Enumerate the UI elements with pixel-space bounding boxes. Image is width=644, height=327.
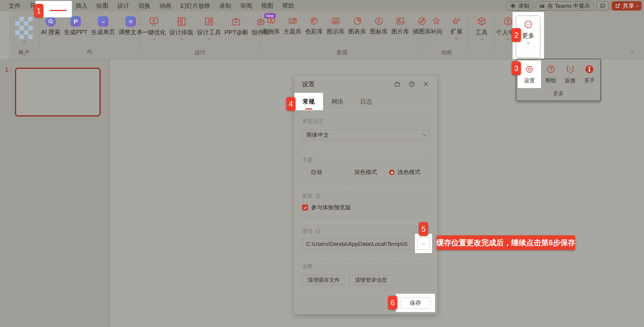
comments-button[interactable] [596,1,609,10]
theme-dark-label: 深色模式 [354,168,377,176]
menu-help[interactable]: 帮助 [278,0,298,11]
cache-path-value: C:\Users\Danda\AppData\Local\Temp\iS [306,241,407,247]
more-ellipsis-icon [523,19,533,29]
language-value: 简体中文 [306,131,329,139]
more-label: 更多 [522,31,534,40]
language-label: 界面语言 [302,118,430,125]
menu-transitions[interactable]: 切换 [134,0,155,11]
theme-library-label: 主题库 [284,28,301,36]
menu-insert[interactable]: 插入 [71,0,92,11]
color-library-label: 色彩库 [305,28,323,36]
ai-search-label: AI 搜索 [41,28,60,36]
extension-button[interactable]: 扩展 [449,16,464,39]
about-menu-item[interactable]: 关于 [580,60,599,88]
share-button[interactable]: 共享 [612,1,642,10]
browse-button[interactable]: ... [417,237,430,250]
menu-review[interactable]: 审阅 [236,0,257,11]
generate-ppt-button[interactable]: P 生成PPT [62,16,89,36]
tween-label: 补间 [430,28,442,36]
share-chevron-icon [636,4,639,7]
cache-label: 缓存 i [302,228,430,235]
radio-icon [302,169,308,175]
help-menu-item[interactable]: 帮助 [541,60,560,88]
language-select[interactable]: 简体中文 [302,130,430,140]
account-button[interactable] [13,17,34,43]
icon-library-button[interactable]: 图标库 [368,16,390,36]
step-badge-2: 2 [512,28,521,42]
close-icon[interactable] [422,81,430,88]
menu-design[interactable]: 设计 [113,0,134,11]
design-layout-button[interactable]: 设计排版 [168,16,195,40]
group-label-resource: 资源 [260,49,424,59]
one-click-optimize-button[interactable]: 一键优化 [140,16,168,40]
group-label-tools [469,49,494,59]
settings-menu-item[interactable]: 设置 [518,60,541,88]
generate-page-button[interactable]: – 生成单页 [89,16,117,36]
theme-library-icon [288,16,298,26]
tab-general[interactable]: 常规 [294,93,323,110]
picture-library-button[interactable]: 图片库 [390,16,411,36]
account-chevron-icon [22,40,25,43]
islide-active-underline [50,10,67,11]
ribbon-group-tools: 工具 [469,11,494,59]
diagnosis-label: 诊断 [302,263,430,270]
preview-version-checkbox-row[interactable]: 参与体验预览版 [302,204,430,211]
save-button[interactable]: 保存 [400,297,431,309]
menu-file[interactable]: 文件 [4,0,25,11]
menu-record[interactable]: 录制 [215,0,236,11]
step-badge-5: 5 [419,222,428,236]
spotlight-browse-button: ... [415,234,432,253]
spotlight-save-button: 保存 [396,294,435,312]
help-label: 帮助 [545,77,556,84]
one-click-optimize-icon [149,16,159,27]
adjust-text-icon: ≡ [125,16,136,27]
theme-light-radio[interactable]: 浅色模式 [389,168,420,176]
record-button[interactable]: 录制 [507,1,533,10]
cache-info-icon[interactable]: i [316,229,321,234]
tools-button[interactable]: 工具 [474,16,490,40]
update-info-icon[interactable]: i [316,193,321,199]
dialog-help-icon[interactable] [408,81,415,88]
illustration-library-icon [417,16,427,26]
toolbox-icon[interactable] [394,81,401,88]
ribbon-group-animation: 补间 扩展 动画 [424,11,469,59]
clear-login-info-button[interactable]: 清理登录信息 [349,275,393,285]
titlebar-controls: 录制 T 在 Teams 中展示 共享 [507,1,642,10]
clear-cache-button[interactable]: 清理缓存文件 [302,275,345,285]
menu-slideshow[interactable]: 幻灯片放映 [176,0,215,11]
menu-draw[interactable]: 绘图 [92,0,113,11]
tween-button[interactable]: 补间 [428,16,444,36]
design-tools-button[interactable]: 设计工具 [195,16,223,40]
chart-library-button[interactable]: 图表库 [346,16,368,36]
section-divider [302,152,430,152]
design-layout-chevron-icon [180,37,183,40]
cache-path-input[interactable]: C:\Users\Danda\AppData\Local\Temp\iS [302,238,415,250]
case-library-button[interactable]: 案例库 [260,16,282,36]
slide-thumbnail[interactable] [15,68,101,116]
color-library-button[interactable]: 色彩库 [303,16,325,36]
update-label: 更新 i [302,192,430,199]
tab-network[interactable]: 网络 [323,93,352,110]
theme-dark-radio[interactable]: 深色模式 [346,168,389,176]
case-library-icon [266,16,276,26]
theme-auto-label: 自动 [311,168,322,176]
generate-page-label: 生成单页 [91,28,115,36]
ai-search-icon [46,16,56,27]
theme-library-button[interactable]: 主题库 [282,16,303,36]
menu-animations[interactable]: 动画 [155,0,176,11]
feedback-menu-item[interactable]: 反馈 [560,60,580,88]
ppt-diagnosis-button[interactable]: PPT诊断 [223,16,250,37]
generate-ppt-icon: P [70,16,81,27]
tools-chevron-icon [480,37,483,40]
tab-log[interactable]: 日志 [352,93,381,110]
theme-auto-radio[interactable]: 自动 [302,168,346,176]
menu-view[interactable]: 视图 [257,0,278,11]
diagram-library-button[interactable]: 图示库 [325,16,346,36]
present-in-teams-button[interactable]: T 在 Teams 中展示 [536,1,594,10]
more-menu-group-label: 更多 [516,88,600,101]
ppt-diagnosis-icon [231,16,242,27]
ai-search-button[interactable]: AI 搜索 [39,16,62,36]
group-label-account: 账户 [9,49,39,59]
group-label-ai: AI [39,49,140,59]
settings-dialog-header: 设置 [294,75,437,93]
